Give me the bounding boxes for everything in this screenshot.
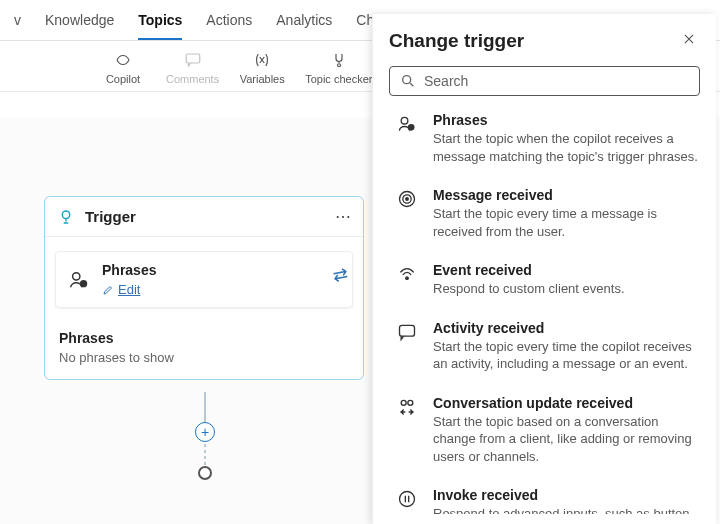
tab-partial-left[interactable]: v	[14, 6, 21, 40]
option-title: Activity received	[433, 320, 698, 336]
tool-comments-label: Comments	[166, 73, 219, 85]
tab-analytics[interactable]: Analytics	[276, 6, 332, 40]
option-desc: Respond to advanced inputs, such as butt…	[433, 505, 698, 514]
option-desc: Start the topic when the copilot receive…	[433, 130, 698, 165]
svg-rect-13	[400, 325, 415, 336]
tab-knowledge[interactable]: Knowledge	[45, 6, 114, 40]
svg-point-1	[337, 64, 340, 67]
tool-copilot[interactable]: Copilot	[100, 51, 146, 85]
copilot-icon	[114, 51, 132, 69]
search-placeholder: Search	[424, 73, 468, 89]
svg-point-4	[73, 272, 80, 279]
edit-link-label: Edit	[118, 282, 140, 297]
connector-dotted	[204, 444, 206, 466]
svg-point-15	[408, 400, 413, 405]
trigger-options-list: Phrases Start the topic when the copilot…	[389, 110, 700, 514]
comment-icon	[184, 51, 202, 69]
phrases-empty-text: No phrases to show	[59, 350, 349, 365]
phrases-card-title: Phrases	[102, 262, 156, 278]
pencil-icon	[102, 284, 114, 296]
people-swap-icon	[397, 397, 417, 417]
trigger-icon	[57, 208, 75, 226]
tab-topics[interactable]: Topics	[138, 6, 182, 40]
pause-circle-icon	[397, 489, 417, 509]
tool-copilot-label: Copilot	[106, 73, 140, 85]
svg-point-6	[403, 76, 411, 84]
phrases-card[interactable]: Phrases Edit	[55, 251, 353, 308]
option-message-received[interactable]: Message received Start the topic every t…	[389, 185, 700, 242]
option-phrases[interactable]: Phrases Start the topic when the copilot…	[389, 110, 700, 167]
svg-point-16	[400, 492, 415, 507]
edit-link[interactable]: Edit	[102, 282, 156, 297]
trigger-node-menu[interactable]: ⋯	[335, 207, 351, 226]
tool-topic-checker[interactable]: Topic checker	[305, 51, 372, 85]
end-node	[198, 466, 212, 480]
svg-point-11	[406, 198, 409, 201]
trigger-node-title: Trigger	[85, 208, 325, 225]
option-activity-received[interactable]: Activity received Start the topic every …	[389, 318, 700, 375]
option-invoke-received[interactable]: Invoke received Respond to advanced inpu…	[389, 485, 700, 514]
svg-point-7	[401, 117, 408, 124]
svg-point-8	[408, 124, 415, 131]
trigger-node-header: Trigger ⋯	[45, 197, 363, 237]
target-icon	[397, 189, 417, 209]
tab-actions[interactable]: Actions	[206, 6, 252, 40]
svg-point-3	[62, 211, 70, 219]
option-desc: Start the topic every time a message is …	[433, 205, 698, 240]
person-chat-icon	[397, 114, 417, 134]
option-desc: Start the topic every time the copilot r…	[433, 338, 698, 373]
chat-icon	[397, 322, 417, 342]
change-trigger-panel: Change trigger Search Phrases Start the …	[372, 14, 716, 524]
option-title: Conversation update received	[433, 395, 698, 411]
svg-point-12	[406, 277, 409, 280]
option-event-received[interactable]: Event received Respond to custom client …	[389, 260, 700, 300]
close-panel-button[interactable]	[678, 28, 700, 54]
search-input[interactable]: Search	[389, 66, 700, 96]
svg-rect-0	[186, 54, 200, 63]
tool-variables-label: Variables	[240, 73, 285, 85]
option-title: Phrases	[433, 112, 698, 128]
option-title: Invoke received	[433, 487, 698, 503]
svg-point-14	[401, 400, 406, 405]
close-icon	[682, 32, 696, 46]
trigger-node-footer: Phrases No phrases to show	[45, 318, 363, 379]
option-title: Event received	[433, 262, 625, 278]
option-conversation-update[interactable]: Conversation update received Start the t…	[389, 393, 700, 468]
option-title: Message received	[433, 187, 698, 203]
panel-title: Change trigger	[389, 30, 678, 52]
person-chat-icon	[68, 269, 90, 291]
phrases-section-title: Phrases	[59, 330, 349, 346]
tool-topic-checker-label: Topic checker	[305, 73, 372, 85]
option-desc: Start the topic based on a conversation …	[433, 413, 698, 466]
signal-icon	[397, 264, 417, 284]
topic-checker-icon	[330, 51, 348, 69]
trigger-node[interactable]: Trigger ⋯ Phrases Edit Phrases No phrase…	[44, 196, 364, 380]
tool-variables[interactable]: Variables	[239, 51, 285, 85]
svg-point-5	[80, 280, 87, 287]
option-desc: Respond to custom client events.	[433, 280, 625, 298]
search-icon	[400, 73, 416, 89]
variables-icon	[253, 51, 271, 69]
add-node-button[interactable]: +	[195, 422, 215, 442]
tool-comments[interactable]: Comments	[166, 51, 219, 85]
